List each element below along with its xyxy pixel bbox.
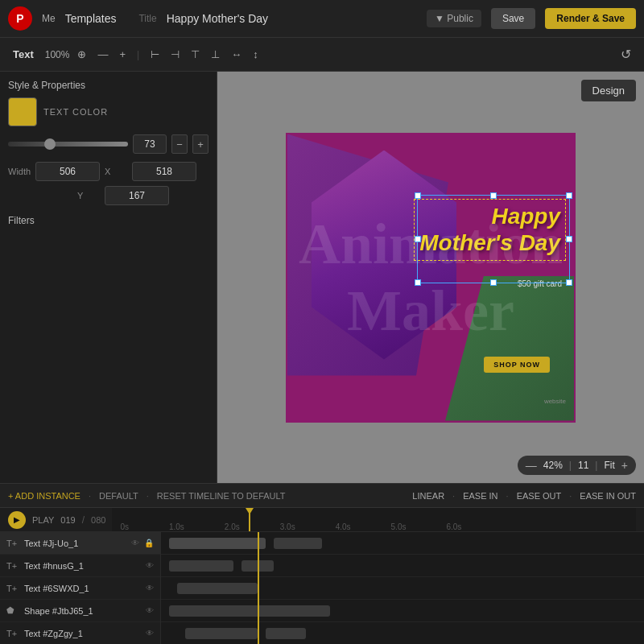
track-label-1[interactable]: T+ Text #hnusG_1 👁 [0, 555, 160, 577]
play-button[interactable]: ▶ [8, 511, 26, 529]
canvas-frame[interactable]: HappyMother's Day $50 gift card SHOP NOW… [286, 133, 576, 423]
track-bar-3[interactable] [169, 605, 330, 617]
canvas-happy-text[interactable]: HappyMother's Day [414, 199, 566, 261]
align-center-button[interactable]: ⊣ [167, 47, 183, 62]
tl-sep2: · [147, 491, 149, 501]
tl-mark-2: 2.0s [225, 522, 240, 531]
opacity-slider-track[interactable] [8, 142, 128, 147]
canvas-website-text: website [544, 398, 566, 405]
track-label-3[interactable]: ⬟ Shape #JtbJ65_1 👁 [0, 600, 160, 622]
tl-ease-in-out-button[interactable]: EASE IN OUT [580, 491, 636, 501]
selection-handle-tm[interactable] [490, 192, 497, 199]
timeline-controls: ▶ PLAY 019 / 080 0s 1.0s 2.0s 3.0s 4.0s … [0, 508, 644, 532]
toolbar: Text 100% ⊕ — + | ⊢ ⊣ ⊤ ⊥ ↔ ↕ ↺ [0, 38, 644, 72]
distribute-v-button[interactable]: ↕ [250, 47, 262, 62]
track-label-2[interactable]: T+ Text #6SWXD_1 👁 [0, 577, 160, 600]
tl-ease-out-button[interactable]: EASE OUT [517, 491, 562, 501]
canvas-area: Design Animation Maker HappyMother's Day… [217, 72, 644, 483]
design-button[interactable]: Design [581, 80, 636, 101]
text-color-label: TEXT COLOR [43, 107, 108, 117]
opacity-slider-thumb[interactable] [44, 138, 56, 150]
track-name-2: Text #6SWXD_1 [24, 584, 141, 593]
nav-render-button[interactable]: Render & Save [545, 8, 636, 29]
tl-reset-button[interactable]: RESET TIMELINE TO DEFAULT [157, 491, 286, 501]
nav-public-button[interactable]: ▼ Public [427, 10, 481, 27]
tl-ease-in-button[interactable]: EASE IN [463, 491, 497, 501]
tl-mark-5: 5.0s [391, 522, 407, 531]
track-bar-1[interactable] [169, 560, 233, 572]
width-row: Width X [8, 162, 208, 181]
track-bar-0[interactable] [169, 538, 266, 549]
canvas-fit-label[interactable]: Fit [604, 460, 614, 471]
track-icon-2: T+ [6, 584, 19, 593]
toolbar-zoom-value: 100% [45, 49, 70, 60]
nav-me[interactable]: Me [42, 13, 56, 24]
opacity-slider-row: − + [8, 134, 208, 154]
tl-playhead-full [258, 532, 259, 644]
align-bottom-button[interactable]: ⊥ [208, 47, 223, 62]
track-label-4[interactable]: T+ Text #ZgZgy_1 👁 [0, 622, 160, 644]
zoom-separator2: | [595, 460, 597, 471]
zoom-plus-button[interactable]: + [116, 47, 129, 62]
opacity-increase-button[interactable]: + [192, 134, 208, 154]
align-left-button[interactable]: ⊢ [147, 47, 163, 62]
track-eye-2[interactable]: 👁 [146, 584, 154, 592]
canvas-shop-button[interactable]: SHOP NOW [484, 357, 550, 373]
opacity-decrease-button[interactable]: − [171, 134, 188, 154]
nav-title-value[interactable]: Happy Mother's Day [167, 12, 268, 25]
y-input[interactable] [105, 186, 169, 205]
track-lock-0[interactable]: 🔒 [144, 539, 154, 547]
tl-mark-6: 6.0s [446, 522, 461, 531]
tl-mark-1: 1.0s [169, 522, 184, 531]
align-top-button[interactable]: ⊤ [188, 47, 203, 62]
track-bar-2[interactable] [177, 583, 258, 594]
tracks-timeline [161, 532, 644, 644]
selection-handle-mr[interactable] [566, 236, 572, 242]
canvas-zoom-plus-button[interactable]: + [621, 459, 628, 472]
tl-sep4: · [506, 491, 509, 501]
tl-linear-button[interactable]: LINEAR [412, 491, 444, 501]
track-eye-1[interactable]: 👁 [146, 561, 154, 570]
left-panel: Style & Properties TEXT COLOR − + Width … [0, 72, 217, 483]
timeline: + ADD INSTANCE · DEFAULT · RESET TIMELIN… [0, 483, 644, 644]
tl-time-current: 019 [60, 515, 75, 525]
zoom-minus-button[interactable]: — [94, 47, 111, 62]
text-color-swatch[interactable] [8, 97, 37, 126]
track-row-4 [161, 622, 644, 644]
style-properties-title: Style & Properties [8, 80, 208, 91]
track-eye-3[interactable]: 👁 [146, 606, 154, 615]
nav-templates[interactable]: Templates [65, 12, 117, 25]
track-eye-0[interactable]: 👁 [131, 539, 139, 547]
track-label-0[interactable]: T+ Text #Jj-Uo_1 👁 🔒 [0, 532, 160, 555]
zoom-separator: | [569, 460, 572, 471]
tl-sep5: · [569, 491, 572, 501]
track-bar-4b[interactable] [266, 628, 306, 639]
track-row-1 [161, 555, 644, 577]
zoom-target-icon[interactable]: ⊕ [74, 47, 89, 62]
add-instance-button[interactable]: + ADD INSTANCE [8, 491, 80, 501]
timeline-top-bar: + ADD INSTANCE · DEFAULT · RESET TIMELIN… [0, 484, 644, 508]
track-name-0: Text #Jj-Uo_1 [24, 539, 126, 548]
track-eye-4[interactable]: 👁 [146, 629, 154, 638]
track-name-1: Text #hnusG_1 [24, 561, 141, 571]
zoom-controls: — 42% | 11 | Fit + [518, 456, 636, 475]
undo-button[interactable]: ↺ [621, 47, 631, 62]
nav-save-button[interactable]: Save [491, 8, 535, 29]
tl-playhead [249, 508, 250, 531]
width-input[interactable] [35, 162, 100, 181]
timeline-tracks: T+ Text #Jj-Uo_1 👁 🔒 T+ Text #hnusG_1 👁 … [0, 532, 644, 644]
canvas-zoom-minus-button[interactable]: — [526, 459, 537, 472]
opacity-input[interactable] [133, 134, 167, 154]
distribute-h-button[interactable]: ↔ [228, 47, 245, 62]
track-bar-0b[interactable] [274, 538, 322, 549]
x-input[interactable] [132, 162, 196, 181]
track-icon-text: T+ [6, 539, 19, 548]
y-row: Y [8, 186, 208, 205]
tl-sep1: · [89, 491, 91, 501]
track-bar-4[interactable] [185, 628, 258, 639]
selection-handle-tr[interactable] [566, 192, 572, 199]
toolbar-section-label: Text [13, 48, 34, 60]
color-row: TEXT COLOR [8, 97, 208, 126]
track-row-2 [161, 577, 644, 600]
tl-ruler-marks: 0s 1.0s 2.0s 3.0s 4.0s 5.0s 6.0s [112, 508, 636, 531]
